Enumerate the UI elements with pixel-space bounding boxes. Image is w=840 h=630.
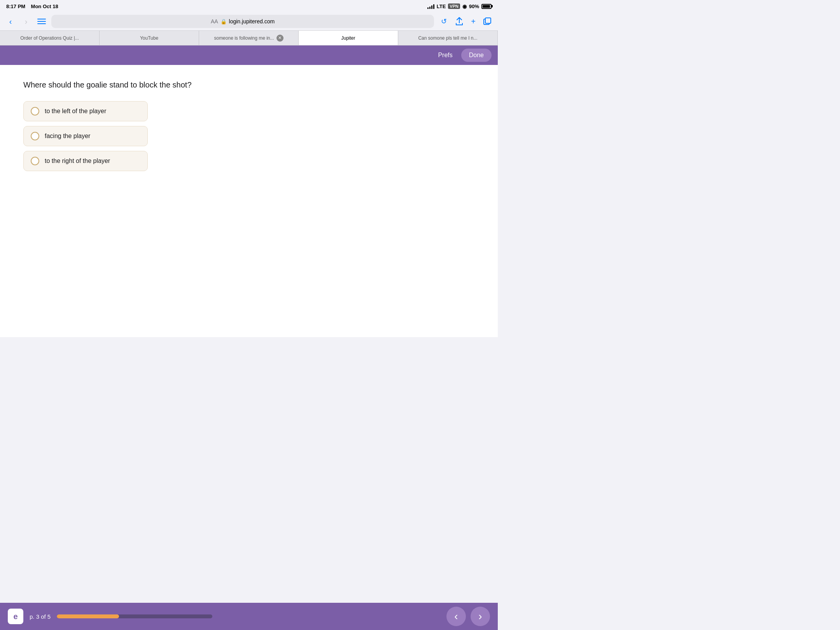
svg-rect-4: [485, 18, 491, 23]
status-time: 8:17 PM Mon Oct 18: [6, 4, 58, 9]
url-display: login.jupitered.com: [229, 18, 275, 24]
address-bar[interactable]: AA 🔒 login.jupitered.com: [51, 15, 434, 28]
tab-close-button[interactable]: ✕: [276, 35, 284, 42]
radio-button-3[interactable]: [31, 157, 39, 165]
tab-label: YouTube: [140, 35, 158, 41]
wifi-icon: ◉: [462, 4, 467, 9]
aa-label: AA: [211, 18, 218, 24]
tab-youtube[interactable]: YouTube: [100, 31, 199, 45]
status-bar: 8:17 PM Mon Oct 18 LTE VPN ◉ 90%: [0, 0, 498, 12]
prefs-button[interactable]: Prefs: [433, 49, 457, 61]
forward-button[interactable]: ›: [20, 16, 32, 27]
reload-button[interactable]: ↺: [438, 16, 450, 27]
tab-order-of-operations[interactable]: Order of Operations Quiz |...: [0, 31, 100, 45]
time-display: 8:17 PM: [6, 4, 25, 9]
tabs-button[interactable]: [481, 16, 493, 27]
vpn-label: VPN: [448, 4, 460, 9]
carrier-label: LTE: [437, 4, 446, 9]
signal-icon: [427, 4, 434, 9]
tab-label: Jupiter: [341, 35, 355, 41]
tab-label: Order of Operations Quiz |...: [20, 35, 79, 41]
tab-jupiter[interactable]: Jupiter: [299, 31, 398, 45]
tab-label: someone is following me in...: [214, 35, 274, 41]
toolbar-actions: +: [453, 16, 493, 27]
answer-option-1[interactable]: to the left of the player: [23, 101, 148, 121]
share-button[interactable]: [453, 16, 465, 27]
tabs-bar: Order of Operations Quiz |... YouTube so…: [0, 31, 498, 46]
svg-rect-0: [37, 19, 46, 19]
done-button[interactable]: Done: [461, 49, 492, 62]
radio-button-2[interactable]: [31, 132, 39, 140]
status-indicators: LTE VPN ◉ 90%: [427, 4, 492, 9]
answer-label-2: facing the player: [45, 133, 90, 140]
purple-header-bar: Prefs Done: [0, 46, 498, 65]
battery-percent: 90%: [469, 4, 479, 9]
answer-option-2[interactable]: facing the player: [23, 126, 148, 146]
browser-toolbar: ‹ › AA 🔒 login.jupitered.com ↺ +: [0, 12, 498, 31]
answer-label-1: to the left of the player: [45, 108, 106, 115]
main-content: Where should the goalie stand to block t…: [0, 65, 498, 337]
answer-options: to the left of the player facing the pla…: [23, 101, 474, 171]
answer-label-3: to the right of the player: [45, 158, 110, 164]
back-button[interactable]: ‹: [5, 16, 16, 27]
tab-label: Can somone pls tell me I n...: [418, 35, 477, 41]
bookmarks-button[interactable]: [36, 16, 47, 27]
battery-icon: [481, 4, 492, 9]
date-display: Mon Oct 18: [31, 4, 58, 9]
answer-option-3[interactable]: to the right of the player: [23, 151, 148, 171]
svg-rect-1: [37, 21, 46, 22]
question-text: Where should the goalie stand to block t…: [23, 80, 474, 89]
tab-can-someone[interactable]: Can somone pls tell me I n...: [398, 31, 498, 45]
tab-following[interactable]: someone is following me in... ✕: [199, 31, 299, 45]
lock-icon: 🔒: [220, 19, 227, 24]
radio-button-1[interactable]: [31, 107, 39, 116]
svg-rect-2: [37, 23, 46, 24]
new-tab-button[interactable]: +: [467, 16, 479, 27]
